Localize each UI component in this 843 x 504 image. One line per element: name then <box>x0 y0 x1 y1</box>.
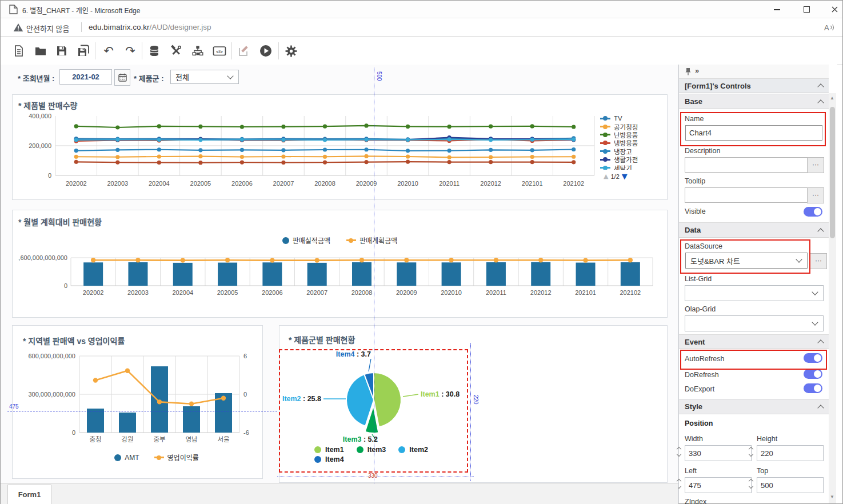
name-input[interactable] <box>685 125 822 141</box>
chevron-down-icon <box>227 73 233 79</box>
svg-text:202102: 202102 <box>620 289 641 296</box>
settings-gear-icon[interactable] <box>284 44 298 58</box>
maximize-button[interactable] <box>798 5 815 15</box>
tooltip-more-button[interactable]: ··· <box>807 187 824 203</box>
redo-icon[interactable]: ↷ <box>123 44 137 58</box>
pin-icon[interactable] <box>685 67 692 75</box>
legend-page-up-icon[interactable]: ▲ <box>604 173 608 180</box>
legend-item[interactable]: 냉방용품 <box>600 139 664 147</box>
run-icon[interactable] <box>259 44 273 58</box>
section-data-label: Data <box>685 226 701 234</box>
properties-panel: » [Form1]'s Controls Base Name Descripti… <box>678 65 837 503</box>
scroll-down-icon[interactable]: ▼ <box>830 494 834 499</box>
new-document-icon[interactable] <box>12 44 26 58</box>
product-select-value: 전체 <box>175 71 189 82</box>
left-input[interactable] <box>685 477 752 493</box>
svg-text:202006: 202006 <box>231 180 253 187</box>
form-tab-label: Form1 <box>18 490 41 499</box>
designer-canvas[interactable]: * 조회년월 : * 제품군 : 전체 * 제품별 판매수량 0200,0004… <box>1 65 678 483</box>
height-input[interactable] <box>757 445 824 461</box>
legend-page-down-icon[interactable]: ▼ <box>622 172 628 181</box>
panel-pin-row: » <box>679 65 829 79</box>
collapse-panel-icon[interactable]: » <box>695 66 699 75</box>
section-style[interactable]: Style <box>679 399 829 414</box>
save-icon[interactable] <box>55 44 69 58</box>
legend-item[interactable]: Item4 <box>314 455 344 463</box>
legend-item[interactable]: Item3 <box>357 446 386 454</box>
tools-icon[interactable] <box>169 44 183 58</box>
width-input[interactable] <box>685 445 752 461</box>
panel-title: [Form1]'s Controls <box>685 82 751 90</box>
svg-text:Item4 : 3.7: Item4 : 3.7 <box>336 350 371 358</box>
hierarchy-icon[interactable] <box>191 44 205 58</box>
svg-text:202101: 202101 <box>575 289 596 296</box>
database-icon[interactable] <box>147 44 161 58</box>
legend-item[interactable]: 세탁기 <box>600 163 664 170</box>
read-aloud-icon[interactable]: A <box>822 22 835 33</box>
date-input[interactable] <box>59 69 112 85</box>
minimize-button[interactable] <box>768 5 785 15</box>
section-data[interactable]: Data <box>679 222 829 238</box>
save-all-icon[interactable] <box>77 44 90 58</box>
source-code-icon[interactable]: </> <box>213 44 226 58</box>
close-button[interactable] <box>826 5 843 15</box>
url-text[interactable]: edu.bimatrix.co.kr/AUD/designer.jsp <box>89 23 211 31</box>
listgrid-select[interactable] <box>685 285 824 301</box>
panel-scrollbar[interactable]: ▲ ▼ <box>829 93 836 503</box>
section-base[interactable]: Base <box>679 94 829 109</box>
pie-legend[interactable]: Item1Item3Item2Item4 <box>314 446 452 463</box>
svg-text:400,000: 400,000 <box>29 113 51 119</box>
description-input[interactable] <box>685 157 824 173</box>
dorefresh-toggle[interactable] <box>804 369 822 379</box>
page-icon <box>9 5 18 14</box>
olapgrid-select[interactable] <box>685 315 824 331</box>
svg-text:</>: </> <box>216 49 223 54</box>
top-input[interactable] <box>757 477 824 493</box>
tooltip-input[interactable] <box>685 187 824 203</box>
edit-icon[interactable] <box>237 44 251 58</box>
svg-text:202102: 202102 <box>563 180 584 187</box>
panel-header[interactable]: [Form1]'s Controls <box>679 78 829 93</box>
chart-card-region[interactable]: * 지역별 판매액 vs 영업이익률 0300,000,000,000600,0… <box>12 325 263 479</box>
autorefresh-label: AutoRefresh <box>685 355 724 363</box>
legend-swatch <box>346 239 356 241</box>
legend-item[interactable]: TV <box>600 114 664 122</box>
legend-item[interactable]: 공기청정 <box>600 122 664 130</box>
datasource-label: DataSource <box>685 242 722 250</box>
chart-card-product-sales[interactable]: * 제품별 판매수량 0200,000400,00020200220200320… <box>12 94 668 200</box>
browser-window: 6. 별첨_CHART - 개인 - Microsoft Edge 안전하지 않… <box>0 0 843 504</box>
datasource-more-button[interactable]: ··· <box>810 253 827 269</box>
date-filter-label: * 조회년월 : <box>18 73 54 83</box>
svg-text:202006: 202006 <box>262 289 283 296</box>
autorefresh-toggle[interactable] <box>804 353 822 363</box>
legend-item[interactable]: 난방용품 <box>600 131 664 139</box>
visible-label: Visible <box>685 207 706 215</box>
chart-card-monthly-plan[interactable]: * 월별 계획대비 판매현황 판매실적금액 판매계획금액 01,600,000,… <box>12 210 668 318</box>
legend-item[interactable]: 생활가전 <box>600 155 664 163</box>
selection-width-label: 330 <box>368 473 378 479</box>
legend-item[interactable]: Item2 <box>398 446 428 454</box>
datasource-select[interactable]: 도넛&BAR 차트 <box>685 253 808 269</box>
scroll-up-icon[interactable]: ▲ <box>830 95 834 101</box>
legend-label: AMT <box>125 454 139 462</box>
svg-text:202011: 202011 <box>439 180 460 187</box>
calendar-button[interactable] <box>114 69 130 86</box>
legend-item[interactable]: 냉장고 <box>600 147 664 155</box>
section-event[interactable]: Event <box>679 334 829 349</box>
product-select[interactable]: 전체 <box>170 70 239 84</box>
undo-icon[interactable]: ↶ <box>102 44 115 58</box>
tab-form1[interactable]: Form1 <box>7 485 51 504</box>
scrollbar-thumb[interactable] <box>830 107 835 238</box>
top-label: Top <box>757 467 768 475</box>
svg-text:0: 0 <box>64 282 67 289</box>
open-folder-icon[interactable] <box>34 44 47 58</box>
description-more-button[interactable]: ··· <box>807 157 824 173</box>
security-warning-label[interactable]: 안전하지 않음 <box>26 23 69 34</box>
legend-item[interactable]: Item1 <box>314 446 344 454</box>
visible-toggle[interactable] <box>804 207 822 217</box>
doexport-toggle[interactable] <box>804 383 822 393</box>
svg-text:202003: 202003 <box>127 289 149 296</box>
svg-text:1,600,000,000,000: 1,600,000,000,000 <box>18 254 67 261</box>
chart1-legend[interactable]: TV공기청정난방용품냉방용품냉장고생활가전세탁기 <box>600 114 664 170</box>
line-chart-product-sales: 0200,000400,0002020022020032020042020052… <box>18 110 596 195</box>
